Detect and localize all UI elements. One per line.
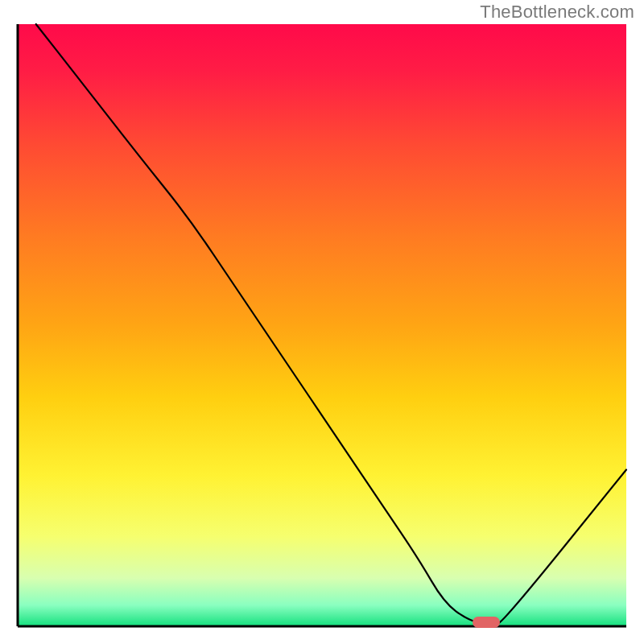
optimal-marker	[473, 617, 500, 628]
bottleneck-chart: TheBottleneck.com	[0, 0, 644, 644]
chart-canvas	[0, 0, 644, 644]
svg-rect-0	[18, 24, 626, 626]
